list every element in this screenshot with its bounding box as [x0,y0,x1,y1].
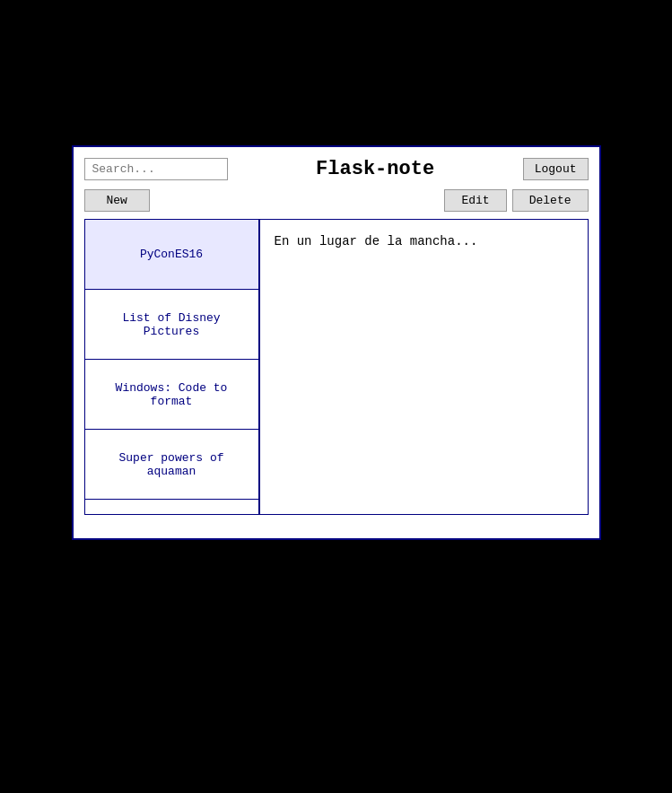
edit-button[interactable]: Edit [444,189,506,212]
note-content-area: En un lugar de la mancha... [260,220,588,514]
note-text-highlight: un [297,234,312,248]
notes-list[interactable]: PyConES16 List of Disney Pictures Window… [85,220,260,514]
delete-button[interactable]: Delete [512,189,589,212]
toolbar: New Edit Delete [84,189,589,212]
edit-delete-group: Edit Delete [444,189,588,212]
list-item[interactable]: Windows: Code to format [85,360,258,430]
header: Flask-note Logout [84,158,589,180]
main-area: PyConES16 List of Disney Pictures Window… [84,219,589,515]
app-title: Flask-note [228,158,523,180]
list-item[interactable]: Super powers of aquaman [85,430,258,500]
note-text-before: En [275,234,297,248]
logout-button[interactable]: Logout [523,158,589,180]
new-button[interactable]: New [84,189,150,212]
app-container: Flask-note Logout New Edit Delete PyConE… [72,145,601,540]
list-item[interactable]: PyConES16 [85,220,258,290]
note-text-after: lugar de la mancha... [312,234,478,248]
search-input[interactable] [84,158,228,180]
list-item[interactable]: List of Disney Pictures [85,290,258,360]
